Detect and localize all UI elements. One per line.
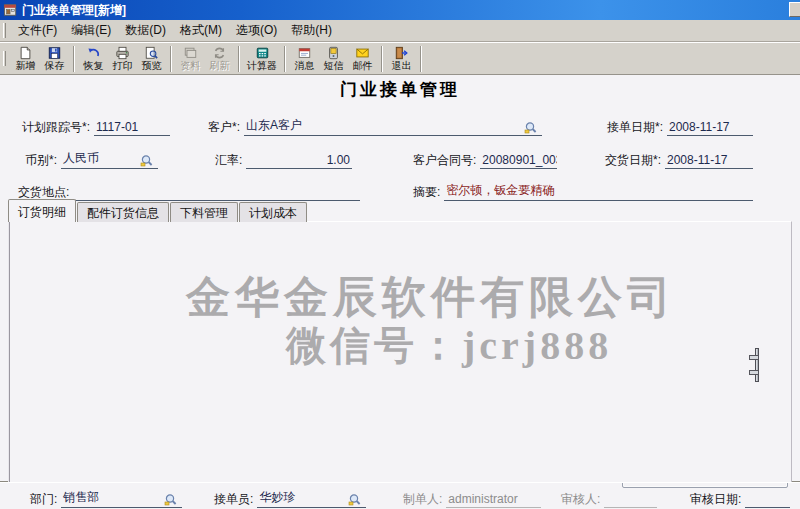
menu-format[interactable]: 格式(M) xyxy=(173,20,229,41)
customer-input[interactable]: 山东A客户 xyxy=(244,117,542,136)
contract-no-label: 客户合同号: xyxy=(413,152,480,169)
field-audit-date: 审核日期: xyxy=(690,491,790,508)
refresh-icon xyxy=(212,46,227,60)
door-handle xyxy=(755,348,759,382)
audit-date-value xyxy=(745,506,790,508)
lookup-icon[interactable] xyxy=(164,493,179,507)
preview-icon xyxy=(144,46,159,60)
menu-edit[interactable]: 编辑(E) xyxy=(64,20,118,41)
delivery-date-input[interactable]: 2008-11-17 xyxy=(665,153,753,169)
sms-icon xyxy=(326,46,341,60)
calculator-icon xyxy=(255,46,270,60)
order-taker-label: 接单员: xyxy=(214,491,257,508)
data-icon xyxy=(183,46,198,60)
field-contract-no: 客户合同号: 20080901_00389 xyxy=(413,152,557,169)
menu-data[interactable]: 数据(D) xyxy=(118,20,173,41)
menu-options[interactable]: 选项(O) xyxy=(229,20,284,41)
field-currency: 币别*: 人民币 xyxy=(25,152,158,169)
mail-button[interactable]: 邮件 xyxy=(349,43,376,74)
sms-button[interactable]: 短信 xyxy=(320,43,347,74)
tab-strip: 订货明细 配件订货信息 下料管理 计划成本 xyxy=(8,200,308,222)
summary-label: 摘要: xyxy=(413,184,444,201)
toolbar-separator xyxy=(381,46,383,72)
creator-label: 制单人: xyxy=(403,491,446,508)
toolbar-separator xyxy=(238,46,240,72)
window-icon xyxy=(3,3,18,17)
minimize-button[interactable] xyxy=(789,2,800,17)
exchange-rate-label: 汇率: xyxy=(215,152,246,169)
field-order-date: 接单日期*: 2008-11-17 xyxy=(607,119,753,136)
plan-no-label: 计划跟踪号*: xyxy=(22,119,94,136)
message-icon xyxy=(297,46,312,60)
customer-label: 客户*: xyxy=(208,119,244,136)
title-bar: 门业接单管理[新增] xyxy=(0,0,800,20)
plan-no-input[interactable]: 1117-01 xyxy=(94,120,170,136)
mail-icon xyxy=(355,46,370,60)
save-button[interactable]: 保存 xyxy=(41,43,68,74)
tab-parts-order[interactable]: 配件订货信息 xyxy=(77,202,169,222)
exchange-rate-input[interactable]: 1.00 xyxy=(246,153,352,169)
tab-cutting-manage[interactable]: 下料管理 xyxy=(170,202,238,222)
save-icon xyxy=(47,46,62,60)
new-document-icon xyxy=(18,46,33,60)
undo-button[interactable]: 恢复 xyxy=(80,43,107,74)
field-summary: 摘要: 密尔顿，钣金要精确 xyxy=(413,184,753,201)
menu-bar: 文件(F) 编辑(E) 数据(D) 格式(M) 选项(O) 帮助(H) xyxy=(0,20,800,42)
toolbar-separator xyxy=(170,46,172,72)
contract-no-input[interactable]: 20080901_00389 xyxy=(480,153,557,169)
refresh-button: 刷新 xyxy=(206,43,233,74)
calculator-button[interactable]: 计算器 xyxy=(245,43,279,74)
audit-date-label: 审核日期: xyxy=(690,491,745,508)
toolbar: 新增 保存 恢复 打印 xyxy=(0,42,800,75)
field-creator: 制单人: administrator xyxy=(403,491,541,508)
department-label: 部门: xyxy=(30,491,61,508)
field-exchange-rate: 汇率: 1.00 xyxy=(215,152,352,169)
preview-button[interactable]: 预览 xyxy=(138,43,165,74)
exit-icon xyxy=(394,46,409,60)
data-button: 资料 xyxy=(177,43,204,74)
currency-label: 币别*: xyxy=(25,152,61,169)
toolbar-separator xyxy=(73,46,75,72)
summary-input[interactable]: 密尔顿，钣金要精确 xyxy=(444,182,753,201)
lookup-icon[interactable] xyxy=(524,121,539,135)
field-customer: 客户*: 山东A客户 xyxy=(208,119,542,136)
field-department: 部门: 销售部 xyxy=(30,491,182,508)
auditor-value xyxy=(604,506,657,508)
field-auditor: 审核人: xyxy=(561,491,657,508)
message-button[interactable]: 消息 xyxy=(291,43,318,74)
auditor-label: 审核人: xyxy=(561,491,604,508)
exit-button[interactable]: 退出 xyxy=(388,43,415,74)
toolbar-separator xyxy=(420,46,422,72)
field-delivery-date: 交货日期*: 2008-11-17 xyxy=(605,152,753,169)
print-icon xyxy=(115,46,130,60)
app-window: 门业接单管理[新增] 文件(F) 编辑(E) 数据(D) 格式(M) 选项(O)… xyxy=(0,0,800,509)
lookup-icon[interactable] xyxy=(140,154,155,168)
page-title: 门业接单管理 xyxy=(0,78,800,101)
field-order-taker: 接单员: 华妙珍 xyxy=(214,491,366,508)
tab-page xyxy=(8,221,792,482)
field-plan-no: 计划跟踪号*: 1117-01 xyxy=(22,119,170,136)
menu-grip xyxy=(3,23,6,38)
menu-help[interactable]: 帮助(H) xyxy=(284,20,339,41)
toolbar-separator xyxy=(284,46,286,72)
tab-plan-cost[interactable]: 计划成本 xyxy=(239,202,307,222)
new-button[interactable]: 新增 xyxy=(12,43,39,74)
print-button[interactable]: 打印 xyxy=(109,43,136,74)
lookup-icon[interactable] xyxy=(348,493,363,507)
toolbar-grip xyxy=(3,51,6,66)
order-date-label: 接单日期*: xyxy=(607,119,667,136)
creator-value: administrator xyxy=(446,492,541,508)
window-title: 门业接单管理[新增] xyxy=(22,2,126,19)
delivery-date-label: 交货日期*: xyxy=(605,152,665,169)
order-date-input[interactable]: 2008-11-17 xyxy=(667,120,753,136)
menu-file[interactable]: 文件(F) xyxy=(11,20,64,41)
tab-order-detail[interactable]: 订货明细 xyxy=(8,199,76,222)
undo-icon xyxy=(86,46,101,60)
